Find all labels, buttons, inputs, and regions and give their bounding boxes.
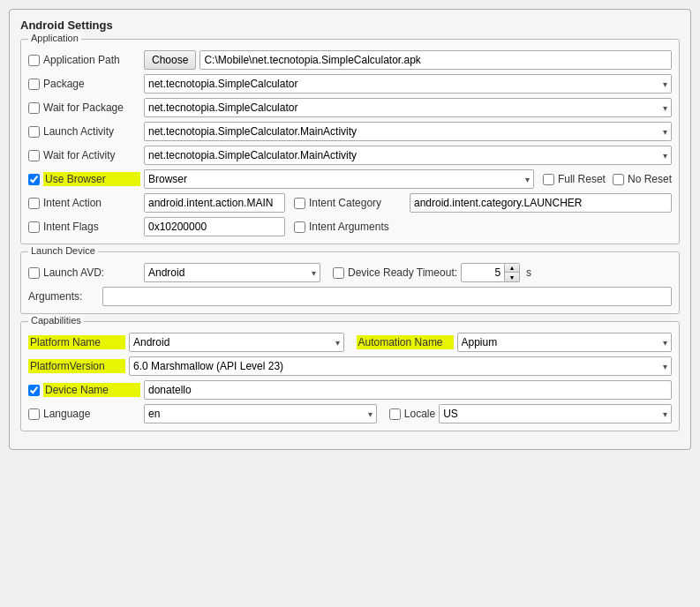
launch-device-section-title: Launch Device [28,245,98,256]
no-reset-checkbox[interactable] [613,174,624,185]
intent-flags-checkbox[interactable] [28,221,40,233]
device-name-label: Device Name [43,383,140,397]
intent-category-input[interactable] [410,193,672,213]
device-ready-checkbox-wrapper: Device Ready Timeout: [333,266,457,279]
wait-activity-checkbox-wrapper: Wait for Activity [28,149,140,161]
intent-action-input[interactable] [144,193,285,213]
wait-activity-checkbox[interactable] [28,150,40,161]
automation-name-dropdown[interactable]: Appium [457,333,673,352]
use-browser-label: Use Browser [43,172,140,186]
platform-version-row: PlatformVersion 6.0 Marshmallow (API Lev… [28,356,672,376]
platform-version-dropdown[interactable]: 6.0 Marshmallow (API Level 23) [129,356,672,376]
package-dropdown[interactable]: net.tecnotopia.SimpleCalculator [144,74,672,94]
wait-package-dropdown-wrapper: net.tecnotopia.SimpleCalculator [144,98,672,117]
use-browser-checkbox[interactable] [28,174,40,185]
app-path-row: Application Path Choose [28,50,672,70]
intent-arguments-label: Intent Arguments [309,221,406,233]
wait-package-checkbox[interactable] [28,102,40,114]
intent-action-label: Intent Action [43,197,140,209]
arguments-row: Arguments: [28,287,672,306]
launch-activity-dropdown-wrapper: net.tecnotopia.SimpleCalculator.MainActi… [144,122,672,141]
package-row: Package net.tecnotopia.SimpleCalculator [28,74,672,94]
wait-package-dropdown[interactable]: net.tecnotopia.SimpleCalculator [144,98,672,117]
spinner-down-button[interactable]: ▼ [505,273,519,281]
locale-checkbox-wrapper: Locale [389,408,435,420]
reset-group: Full Reset No Reset [543,173,672,185]
device-name-row: Device Name [28,380,672,400]
platform-version-dropdown-wrapper: 6.0 Marshmallow (API Level 23) [129,356,672,376]
device-name-checkbox[interactable] [28,385,40,396]
intent-flags-input[interactable] [144,217,285,236]
automation-name-label: Automation Name [357,335,454,349]
device-ready-label: Device Ready Timeout: [348,266,457,279]
intent-category-checkbox-wrapper: Intent Category [294,197,406,209]
language-dropdown-wrapper: en [144,404,377,423]
choose-button[interactable]: Choose [144,50,196,70]
launch-activity-row: Launch Activity net.tecnotopia.SimpleCal… [28,122,672,141]
automation-name-dropdown-wrapper: Appium [457,333,673,352]
language-checkbox[interactable] [28,408,40,420]
wait-activity-label: Wait for Activity [43,149,140,161]
intent-action-checkbox[interactable] [28,198,40,209]
spinner-up-button[interactable]: ▲ [505,264,519,273]
browser-dropdown-wrapper: Browser [144,169,534,189]
package-checkbox-wrapper: Package [28,78,140,90]
wait-activity-row: Wait for Activity net.tecnotopia.SimpleC… [28,146,672,165]
use-browser-checkbox-wrapper: Use Browser [28,172,140,186]
launch-avd-checkbox-wrapper: Launch AVD: [28,266,140,279]
no-reset-label: No Reset [628,173,672,185]
capabilities-section: Capabilities Platform Name Android Autom… [20,321,680,431]
launch-device-section: Launch Device Launch AVD: Android Device… [20,251,680,314]
launch-activity-checkbox-wrapper: Launch Activity [28,125,140,138]
package-label: Package [43,78,140,90]
package-checkbox[interactable] [28,79,40,90]
launch-avd-checkbox[interactable] [28,267,40,279]
wait-package-checkbox-wrapper: Wait for Package [28,101,140,114]
wait-package-row: Wait for Package net.tecnotopia.SimpleCa… [28,98,672,117]
language-checkbox-wrapper: Language [28,408,140,420]
app-path-checkbox[interactable] [28,55,40,66]
launch-activity-dropdown[interactable]: net.tecnotopia.SimpleCalculator.MainActi… [144,122,672,141]
language-dropdown[interactable]: en [144,404,377,423]
intent-action-checkbox-wrapper: Intent Action [28,197,140,209]
intent-flags-label: Intent Flags [43,221,140,233]
device-ready-input[interactable] [461,263,505,282]
full-reset-checkbox[interactable] [543,174,554,185]
browser-dropdown[interactable]: Browser [144,169,534,189]
device-ready-spinner: ▲ ▼ [461,263,520,282]
use-browser-row: Use Browser Browser Full Reset No Reset [28,169,672,189]
locale-checkbox[interactable] [389,408,401,420]
launch-avd-label: Launch AVD: [43,266,140,279]
platform-name-dropdown[interactable]: Android [129,333,344,352]
wait-package-label: Wait for Package [43,101,140,114]
wait-activity-dropdown[interactable]: net.tecnotopia.SimpleCalculator.MainActi… [144,146,672,165]
no-reset-wrapper: No Reset [613,173,672,185]
locale-dropdown[interactable]: US [439,404,672,423]
app-path-checkbox-wrapper: Application Path [28,54,140,66]
intent-arguments-checkbox[interactable] [294,221,305,233]
launch-activity-checkbox[interactable] [28,126,40,138]
application-section: Application Application Path Choose Pack… [20,39,680,244]
device-name-checkbox-wrapper: Device Name [28,383,140,397]
arguments-input[interactable] [102,287,672,306]
android-settings-panel: Android Settings Application Application… [9,9,691,450]
language-label: Language [43,408,140,420]
launch-avd-row: Launch AVD: Android Device Ready Timeout… [28,263,672,282]
launch-avd-dropdown[interactable]: Android [144,263,320,282]
device-ready-checkbox[interactable] [333,267,344,279]
intent-flags-checkbox-wrapper: Intent Flags [28,221,140,233]
panel-title: Android Settings [20,19,680,32]
intent-flags-arguments-row: Intent Flags Intent Arguments [28,217,672,236]
app-path-input[interactable] [199,50,672,70]
locale-label: Locale [404,408,435,420]
platform-automation-row: Platform Name Android Automation Name Ap… [28,333,672,352]
device-name-input[interactable] [144,380,672,400]
intent-category-checkbox[interactable] [294,198,305,209]
app-path-label: Application Path [43,54,140,66]
arguments-label: Arguments: [28,290,99,303]
launch-activity-label: Launch Activity [43,125,140,138]
platform-name-label: Platform Name [28,335,125,349]
platform-name-dropdown-wrapper: Android [129,333,344,352]
wait-activity-dropdown-wrapper: net.tecnotopia.SimpleCalculator.MainActi… [144,146,672,165]
intent-arguments-checkbox-wrapper: Intent Arguments [294,221,406,233]
